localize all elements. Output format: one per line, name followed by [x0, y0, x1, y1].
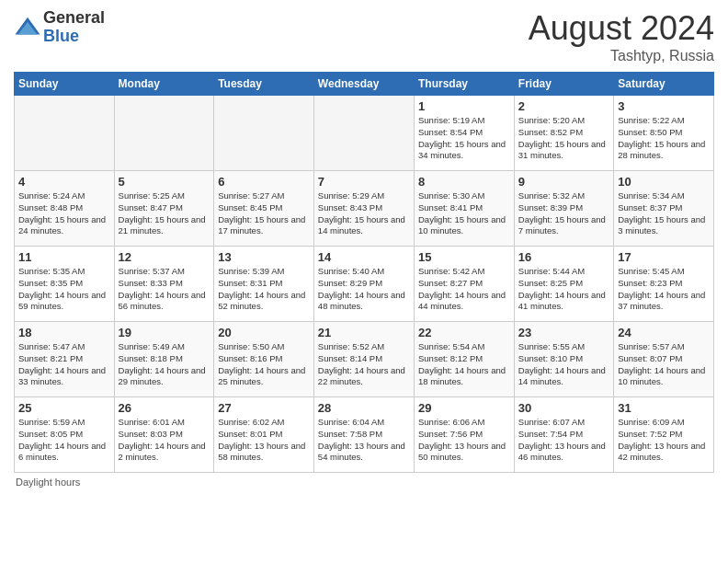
calendar-week-row: 18Sunrise: 5:47 AMSunset: 8:21 PMDayligh… [15, 322, 714, 397]
day-number: 9 [518, 175, 609, 189]
day-info: Sunrise: 5:42 AMSunset: 8:27 PMDaylight:… [418, 266, 510, 313]
day-info: Sunrise: 6:09 AMSunset: 7:52 PMDaylight:… [618, 417, 710, 464]
day-info: Sunrise: 5:40 AMSunset: 8:29 PMDaylight:… [318, 266, 410, 313]
calendar-day-cell: 28Sunrise: 6:04 AMSunset: 7:58 PMDayligh… [313, 397, 414, 473]
calendar-day-cell: 13Sunrise: 5:39 AMSunset: 8:31 PMDayligh… [214, 247, 314, 322]
day-number: 5 [119, 175, 210, 189]
calendar-day-cell: 20Sunrise: 5:50 AMSunset: 8:16 PMDayligh… [214, 322, 314, 397]
day-number: 14 [318, 250, 410, 264]
calendar-day-cell: 21Sunrise: 5:52 AMSunset: 8:14 PMDayligh… [313, 322, 414, 397]
calendar-week-row: 1Sunrise: 5:19 AMSunset: 8:54 PMDaylight… [15, 96, 714, 171]
calendar-week-row: 25Sunrise: 5:59 AMSunset: 8:05 PMDayligh… [15, 397, 714, 473]
day-info: Sunrise: 6:06 AMSunset: 7:56 PMDaylight:… [418, 417, 510, 464]
day-number: 8 [418, 175, 510, 189]
day-number: 13 [218, 250, 310, 264]
day-info: Sunrise: 5:44 AMSunset: 8:25 PMDaylight:… [518, 266, 609, 313]
day-info: Sunrise: 5:59 AMSunset: 8:05 PMDaylight:… [18, 417, 110, 464]
calendar-day-header: Sunday [15, 73, 115, 96]
calendar-day-cell: 10Sunrise: 5:34 AMSunset: 8:37 PMDayligh… [614, 171, 714, 247]
calendar-table: SundayMondayTuesdayWednesdayThursdayFrid… [14, 72, 714, 473]
calendar-day-cell: 8Sunrise: 5:30 AMSunset: 8:41 PMDaylight… [414, 171, 514, 247]
day-info: Sunrise: 6:01 AMSunset: 8:03 PMDaylight:… [119, 417, 210, 464]
page-header: General Blue August 2024 Tashtyp, Russia [14, 9, 714, 64]
day-number: 10 [618, 175, 710, 189]
day-number: 6 [218, 175, 310, 189]
day-number: 29 [418, 401, 510, 415]
day-number: 21 [318, 326, 410, 339]
day-info: Sunrise: 6:04 AMSunset: 7:58 PMDaylight:… [318, 417, 410, 464]
calendar-day-cell: 6Sunrise: 5:27 AMSunset: 8:45 PMDaylight… [214, 171, 314, 247]
day-number: 7 [318, 175, 410, 189]
calendar-day-cell: 2Sunrise: 5:20 AMSunset: 8:52 PMDaylight… [514, 96, 613, 171]
day-number: 31 [618, 401, 710, 415]
day-number: 3 [618, 99, 710, 113]
calendar-week-row: 11Sunrise: 5:35 AMSunset: 8:35 PMDayligh… [15, 247, 714, 322]
calendar-day-cell: 23Sunrise: 5:55 AMSunset: 8:10 PMDayligh… [514, 322, 613, 397]
calendar-day-cell: 7Sunrise: 5:29 AMSunset: 8:43 PMDaylight… [313, 171, 414, 247]
day-info: Sunrise: 5:24 AMSunset: 8:48 PMDaylight:… [18, 190, 110, 237]
page-container: General Blue August 2024 Tashtyp, Russia… [0, 0, 728, 492]
footer-note: Daylight hours [14, 477, 714, 488]
calendar-day-cell: 14Sunrise: 5:40 AMSunset: 8:29 PMDayligh… [313, 247, 414, 322]
day-info: Sunrise: 5:30 AMSunset: 8:41 PMDaylight:… [418, 190, 510, 237]
day-number: 15 [418, 250, 510, 264]
calendar-day-cell: 22Sunrise: 5:54 AMSunset: 8:12 PMDayligh… [414, 322, 514, 397]
calendar-day-cell: 19Sunrise: 5:49 AMSunset: 8:18 PMDayligh… [114, 322, 214, 397]
day-number: 16 [518, 250, 609, 264]
day-info: Sunrise: 5:55 AMSunset: 8:10 PMDaylight:… [518, 341, 609, 388]
day-info: Sunrise: 5:25 AMSunset: 8:47 PMDaylight:… [119, 190, 210, 237]
day-info: Sunrise: 5:19 AMSunset: 8:54 PMDaylight:… [418, 115, 510, 162]
day-info: Sunrise: 5:20 AMSunset: 8:52 PMDaylight:… [518, 115, 609, 162]
calendar-day-cell: 15Sunrise: 5:42 AMSunset: 8:27 PMDayligh… [414, 247, 514, 322]
day-info: Sunrise: 5:32 AMSunset: 8:39 PMDaylight:… [518, 190, 609, 237]
day-number: 4 [18, 175, 110, 189]
calendar-day-cell [313, 96, 414, 171]
day-number: 30 [518, 401, 609, 415]
logo-general: General [43, 9, 105, 28]
calendar-day-cell: 11Sunrise: 5:35 AMSunset: 8:35 PMDayligh… [15, 247, 115, 322]
day-info: Sunrise: 5:52 AMSunset: 8:14 PMDaylight:… [318, 341, 410, 388]
day-info: Sunrise: 5:34 AMSunset: 8:37 PMDaylight:… [618, 190, 710, 237]
day-number: 28 [318, 401, 410, 415]
calendar-day-cell: 3Sunrise: 5:22 AMSunset: 8:50 PMDaylight… [614, 96, 714, 171]
day-number: 18 [18, 326, 110, 339]
day-info: Sunrise: 5:37 AMSunset: 8:33 PMDaylight:… [119, 266, 210, 313]
day-number: 19 [119, 326, 210, 339]
day-number: 17 [618, 250, 710, 264]
day-info: Sunrise: 5:29 AMSunset: 8:43 PMDaylight:… [318, 190, 410, 237]
calendar-day-cell: 9Sunrise: 5:32 AMSunset: 8:39 PMDaylight… [514, 171, 613, 247]
calendar-day-cell: 30Sunrise: 6:07 AMSunset: 7:54 PMDayligh… [514, 397, 613, 473]
calendar-week-row: 4Sunrise: 5:24 AMSunset: 8:48 PMDaylight… [15, 171, 714, 247]
day-info: Sunrise: 5:54 AMSunset: 8:12 PMDaylight:… [418, 341, 510, 388]
calendar-day-cell: 17Sunrise: 5:45 AMSunset: 8:23 PMDayligh… [614, 247, 714, 322]
location: Tashtyp, Russia [529, 48, 714, 64]
day-number: 12 [119, 250, 210, 264]
calendar-day-cell: 5Sunrise: 5:25 AMSunset: 8:47 PMDaylight… [114, 171, 214, 247]
day-number: 24 [618, 326, 710, 339]
day-info: Sunrise: 5:22 AMSunset: 8:50 PMDaylight:… [618, 115, 710, 162]
logo-icon [14, 14, 41, 41]
calendar-day-cell: 16Sunrise: 5:44 AMSunset: 8:25 PMDayligh… [514, 247, 613, 322]
calendar-day-cell [114, 96, 214, 171]
day-info: Sunrise: 5:35 AMSunset: 8:35 PMDaylight:… [18, 266, 110, 313]
title-block: August 2024 Tashtyp, Russia [529, 9, 714, 64]
calendar-day-cell: 26Sunrise: 6:01 AMSunset: 8:03 PMDayligh… [114, 397, 214, 473]
day-number: 23 [518, 326, 609, 339]
calendar-day-header: Wednesday [313, 73, 414, 96]
month-title: August 2024 [529, 9, 714, 48]
logo-text: General Blue [43, 9, 105, 46]
day-number: 2 [518, 99, 609, 113]
calendar-day-cell: 12Sunrise: 5:37 AMSunset: 8:33 PMDayligh… [114, 247, 214, 322]
day-number: 26 [119, 401, 210, 415]
calendar-day-cell: 25Sunrise: 5:59 AMSunset: 8:05 PMDayligh… [15, 397, 115, 473]
day-number: 11 [18, 250, 110, 264]
calendar-day-cell: 31Sunrise: 6:09 AMSunset: 7:52 PMDayligh… [614, 397, 714, 473]
logo-blue: Blue [43, 28, 105, 46]
calendar-day-cell [214, 96, 314, 171]
calendar-day-header: Saturday [614, 73, 714, 96]
calendar-day-header: Tuesday [214, 73, 314, 96]
day-info: Sunrise: 5:27 AMSunset: 8:45 PMDaylight:… [218, 190, 310, 237]
calendar-day-cell: 4Sunrise: 5:24 AMSunset: 8:48 PMDaylight… [15, 171, 115, 247]
day-number: 1 [418, 99, 510, 113]
day-info: Sunrise: 5:39 AMSunset: 8:31 PMDaylight:… [218, 266, 310, 313]
